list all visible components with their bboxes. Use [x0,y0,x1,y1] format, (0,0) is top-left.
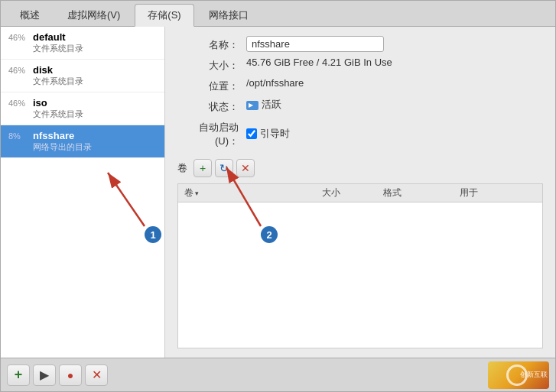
logo-image: 创新互联 [488,361,549,389]
storage-sidebar: 46% default 文件系统目录 46% disk 文件系统目录 46% i… [1,27,165,358]
nfsshare-name: nfsshare [33,130,74,141]
detail-panel: 名称： 大小： 45.76 GiB Free / 4.21 GiB In Use… [165,27,555,358]
status-active-icon [246,101,258,110]
logo-area: 创新互联 [488,361,549,389]
col-usedby: 用于 [460,186,536,199]
delete-volume-button[interactable]: ✕ [236,159,255,177]
status-text: 活跃 [262,99,281,110]
volumes-label: 卷 [177,161,187,175]
add-button[interactable]: + [7,364,30,386]
name-label: 名称： [177,36,246,52]
iso-percent: 46% [8,99,30,108]
status-value: 活跃 [246,98,543,114]
col-vol-arrow-icon: ▾ [195,190,199,197]
autostart-text: 引导时 [260,127,290,141]
record-button[interactable]: ● [59,364,82,386]
play-button[interactable]: ▶ [33,364,56,386]
sidebar-item-default[interactable]: 46% default 文件系统目录 [1,27,164,60]
col-format: 格式 [383,186,460,199]
detail-info-table: 名称： 大小： 45.76 GiB Free / 4.21 GiB In Use… [177,36,543,148]
iso-type: 文件系统目录 [33,109,157,120]
tab-bar: 概述 虚拟网络(V) 存储(S) 网络接口 [1,1,555,27]
col-format-label: 格式 [383,186,402,199]
default-name: default [33,31,66,43]
autostart-label: 自动启动(U)： [177,118,246,148]
default-type: 文件系统目录 [33,43,157,54]
disk-type: 文件系统目录 [33,76,157,87]
size-label: 大小： [177,57,246,73]
sidebar-item-nfsshare[interactable]: 8% nfsshare 网络导出的目录 [1,125,164,158]
tab-storage[interactable]: 存储(S) [135,4,193,27]
name-input[interactable] [246,36,384,52]
path-value: /opt/nfsshare [246,77,543,93]
volumes-header: 卷 + ↻ ✕ [177,157,543,179]
tab-vnet[interactable]: 虚拟网络(V) [54,4,133,26]
sidebar-item-disk[interactable]: 46% disk 文件系统目录 [1,60,164,92]
name-value-cell [246,36,543,52]
tab-overview[interactable]: 概述 [7,4,53,26]
iso-name: iso [33,97,47,109]
autostart-row: 引导时 [246,118,543,148]
autostart-checkbox[interactable] [246,128,257,139]
volumes-table-body [178,202,542,294]
annotation-1: 1 [145,226,161,243]
nfsshare-percent: 8% [8,131,30,141]
path-label: 位置： [177,77,246,93]
bottom-toolbar: + ▶ ● ✕ 创新互联 [1,358,555,391]
col-vol: 卷 ▾ [184,186,322,199]
volumes-table-header: 卷 ▾ 大小 格式 用于 [178,184,542,202]
annotation-2: 2 [261,226,278,243]
main-window: 概述 虚拟网络(V) 存储(S) 网络接口 46% default 文件系统目录… [0,0,556,392]
col-usedby-label: 用于 [460,186,478,199]
main-content: 46% default 文件系统目录 46% disk 文件系统目录 46% i… [1,27,555,358]
col-size-label: 大小 [322,186,340,199]
volumes-table: 卷 ▾ 大小 格式 用于 [177,183,543,348]
col-vol-label: 卷 [184,186,193,199]
add-volume-button[interactable]: + [193,159,212,177]
disk-name: disk [33,64,53,76]
refresh-volume-button[interactable]: ↻ [215,159,233,177]
sidebar-item-iso[interactable]: 46% iso 文件系统目录 [1,92,164,125]
default-percent: 46% [8,33,30,42]
col-size: 大小 [322,186,383,199]
tab-netif[interactable]: 网络接口 [196,4,262,26]
nfsshare-type: 网络导出的目录 [33,141,157,153]
status-label: 状态： [177,98,246,114]
size-value: 45.76 GiB Free / 4.21 GiB In Use [246,57,543,73]
close-button[interactable]: ✕ [85,364,108,386]
logo-text: 创新互联 [520,371,548,379]
disk-percent: 46% [8,66,30,75]
